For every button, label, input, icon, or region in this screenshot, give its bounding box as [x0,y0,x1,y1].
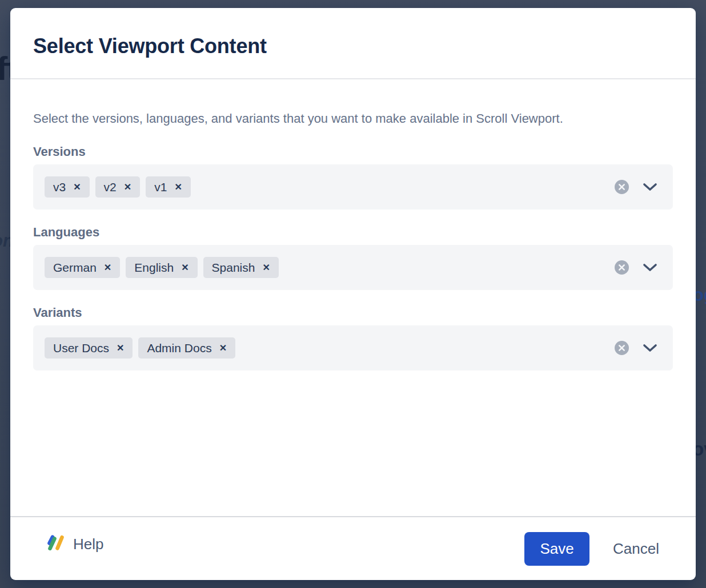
languages-label: Languages [33,225,673,240]
cancel-button[interactable]: Cancel [613,540,659,558]
tag-label: English [134,261,174,275]
versions-field-group: Versions v3 ✕ v2 ✕ v1 ✕ [33,144,673,210]
dialog-footer: Help Save Cancel [10,516,696,580]
clear-all-icon[interactable] [615,260,629,275]
variants-label: Variants [33,305,673,320]
save-button[interactable]: Save [524,532,589,566]
tag-remove-icon[interactable]: ✕ [174,183,182,192]
selected-option-tag: User Docs ✕ [45,337,133,359]
tag-label: Admin Docs [147,341,211,355]
help-label: Help [73,535,103,553]
help-link[interactable]: Help [47,535,103,553]
variants-multiselect[interactable]: User Docs ✕ Admin Docs ✕ [33,325,673,370]
select-viewport-content-dialog: Select Viewport Content Select the versi… [10,8,696,580]
languages-tags: German ✕ English ✕ Spanish ✕ [45,257,279,278]
field-controls [615,180,657,194]
selected-option-tag: v2 ✕ [95,176,141,198]
selected-option-tag: v3 ✕ [45,176,90,198]
dialog-header: Select Viewport Content [10,8,696,79]
clear-all-icon[interactable] [615,180,629,194]
tag-remove-icon[interactable]: ✕ [73,183,81,192]
selected-option-tag: Admin Docs ✕ [138,337,235,359]
versions-tags: v3 ✕ v2 ✕ v1 ✕ [45,176,191,198]
tag-remove-icon[interactable]: ✕ [181,263,188,272]
tag-remove-icon[interactable]: ✕ [124,183,131,192]
variants-field-group: Variants User Docs ✕ Admin Docs ✕ [33,305,673,370]
selected-option-tag: German ✕ [45,257,120,278]
languages-multiselect[interactable]: German ✕ English ✕ Spanish ✕ [33,245,673,290]
tag-remove-icon[interactable]: ✕ [219,344,227,353]
chevron-down-icon[interactable] [643,263,657,272]
field-controls [615,260,657,275]
clear-all-icon[interactable] [615,341,629,355]
selected-option-tag: v1 ✕ [146,176,191,198]
dialog-description: Select the versions, languages, and vari… [33,111,673,127]
chevron-down-icon[interactable] [643,344,657,353]
tag-label: v2 [104,180,117,194]
tag-remove-icon[interactable]: ✕ [262,263,270,272]
tag-label: v3 [53,180,66,194]
versions-label: Versions [33,144,673,159]
chevron-down-icon[interactable] [643,183,657,192]
k15t-logo-icon [47,535,65,553]
variants-tags: User Docs ✕ Admin Docs ✕ [45,337,235,359]
languages-field-group: Languages German ✕ English ✕ Spanish ✕ [33,225,673,290]
versions-multiselect[interactable]: v3 ✕ v2 ✕ v1 ✕ [33,164,673,210]
tag-remove-icon[interactable]: ✕ [117,344,124,353]
tag-remove-icon[interactable]: ✕ [104,263,111,272]
dialog-title: Select Viewport Content [33,34,267,58]
tag-label: Spanish [212,261,255,275]
tag-label: v1 [154,180,167,194]
selected-option-tag: Spanish ✕ [203,257,279,278]
tag-label: German [53,261,97,275]
selected-option-tag: English ✕ [126,257,197,278]
field-controls [615,341,657,355]
footer-actions: Save Cancel [524,532,659,566]
tag-label: User Docs [53,341,109,355]
